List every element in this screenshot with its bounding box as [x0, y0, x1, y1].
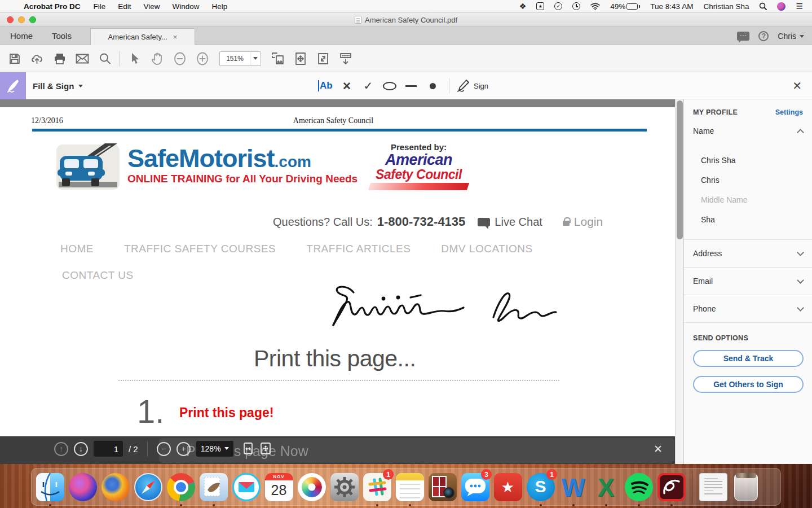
- middle-name-field[interactable]: Middle Name: [684, 190, 812, 209]
- dock-airmail[interactable]: [231, 471, 262, 502]
- wifi-icon[interactable]: [585, 3, 605, 10]
- account-menu[interactable]: Chris: [778, 32, 804, 41]
- dock-spotify[interactable]: [623, 471, 654, 502]
- dock-excel[interactable]: X: [590, 471, 621, 502]
- dock-trash[interactable]: [730, 471, 761, 502]
- cross-annotation-tool[interactable]: ✕: [336, 72, 358, 99]
- dock-siri[interactable]: [67, 471, 98, 502]
- add-text-tool[interactable]: Ab: [315, 72, 336, 99]
- app-menu[interactable]: Acrobat Pro DC: [17, 2, 87, 11]
- search-button[interactable]: [94, 47, 116, 70]
- tab-document[interactable]: American Safety... ×: [90, 28, 195, 45]
- name-label: Name: [693, 126, 714, 135]
- siri-icon[interactable]: [772, 2, 791, 11]
- hand-tool-button[interactable]: [146, 47, 169, 70]
- dock-skype[interactable]: S 1: [525, 471, 556, 502]
- dock-photos[interactable]: [296, 471, 327, 502]
- zoom-level-select[interactable]: 151%: [219, 51, 261, 66]
- page-number-input[interactable]: 1: [94, 441, 123, 457]
- previous-page-button[interactable]: ↑: [54, 442, 68, 456]
- settings-link[interactable]: Settings: [775, 108, 803, 116]
- menu-window[interactable]: Window: [166, 0, 206, 13]
- actual-size-button[interactable]: [312, 47, 334, 70]
- notification-center-icon[interactable]: ☰: [791, 2, 812, 11]
- email-section-header[interactable]: Email: [684, 271, 812, 291]
- circle-annotation-tool[interactable]: [379, 72, 400, 99]
- signature-annotation[interactable]: [324, 283, 558, 334]
- send-and-track-button[interactable]: Send & Track: [693, 350, 804, 367]
- menubar-username[interactable]: Christian Sha: [698, 2, 754, 11]
- dock-document-stack[interactable]: [698, 471, 729, 502]
- dock-slack[interactable]: 1: [361, 471, 392, 502]
- share-upload-button[interactable]: [26, 47, 48, 70]
- address-section-header[interactable]: Address: [684, 243, 812, 264]
- dock-wunderlist[interactable]: ★: [492, 471, 523, 502]
- dock-notes[interactable]: [394, 471, 425, 502]
- calendar-month: NOV: [265, 473, 293, 480]
- dock-calendar[interactable]: NOV 28: [263, 471, 294, 502]
- pdf-header-rule: [32, 129, 647, 132]
- fit-width-page-icon[interactable]: [242, 442, 254, 456]
- help-icon[interactable]: ?: [758, 31, 769, 41]
- email-button[interactable]: [71, 47, 94, 70]
- menu-file[interactable]: File: [87, 0, 112, 13]
- last-name-field[interactable]: Sha: [684, 209, 812, 229]
- dock-photo-booth[interactable]: [427, 471, 458, 502]
- tab-close-icon[interactable]: ×: [173, 33, 178, 41]
- dot-annotation-tool[interactable]: [422, 72, 443, 99]
- running-indicator: [638, 504, 640, 506]
- running-indicator: [409, 504, 411, 506]
- check-app-icon[interactable]: ✓: [549, 2, 567, 10]
- menu-help[interactable]: Help: [206, 0, 234, 13]
- phone-section-header[interactable]: Phone: [684, 299, 812, 319]
- dock-finder[interactable]: [34, 471, 65, 502]
- dock-word[interactable]: W: [558, 471, 589, 502]
- next-page-button[interactable]: ↓: [74, 442, 88, 456]
- close-fill-sign-icon[interactable]: ✕: [792, 72, 802, 99]
- dock-mail[interactable]: [198, 471, 229, 502]
- login-link: Login: [574, 215, 603, 229]
- dock-firefox[interactable]: [100, 471, 131, 502]
- dock-safari[interactable]: [133, 471, 164, 502]
- scrolling-mode-button[interactable]: [334, 47, 357, 70]
- select-tool-button[interactable]: [123, 47, 146, 70]
- line-annotation-tool[interactable]: [400, 72, 422, 99]
- zoom-in-button[interactable]: [191, 47, 214, 70]
- checkmark-annotation-tool[interactable]: ✓: [358, 72, 379, 99]
- zoom-out-button[interactable]: [169, 47, 191, 70]
- menubar-clock[interactable]: Tue 8:43 AM: [645, 2, 698, 11]
- save-button[interactable]: [3, 47, 26, 70]
- dropbox-icon[interactable]: ❖: [514, 2, 532, 11]
- menu-view[interactable]: View: [138, 0, 166, 13]
- menu-edit[interactable]: Edit: [112, 0, 137, 13]
- fit-page-icon[interactable]: [259, 442, 272, 456]
- sign-tool[interactable]: Sign: [455, 79, 488, 93]
- get-others-to-sign-button[interactable]: Get Others to Sign: [693, 376, 804, 393]
- star-app-icon[interactable]: ★: [531, 2, 549, 10]
- time-machine-icon[interactable]: [567, 2, 585, 10]
- fill-sign-mode-label[interactable]: Fill & Sign: [33, 72, 83, 99]
- step-number: 1.: [137, 392, 164, 430]
- dock-chrome[interactable]: [165, 471, 196, 502]
- print-button[interactable]: [48, 47, 71, 70]
- close-page-nav-icon[interactable]: ✕: [654, 436, 663, 461]
- fit-page-button[interactable]: [289, 47, 312, 70]
- name-section-header[interactable]: Name: [684, 121, 812, 141]
- spotlight-icon[interactable]: [754, 2, 772, 10]
- zoom-out-page-button[interactable]: −: [157, 442, 171, 456]
- dock-acrobat[interactable]: [656, 471, 687, 502]
- fit-width-button[interactable]: [267, 47, 289, 70]
- feedback-bubble-icon[interactable]: ···: [737, 32, 749, 41]
- vertical-scrollbar[interactable]: [675, 99, 683, 464]
- first-name-field[interactable]: Chris: [684, 170, 812, 190]
- scrollbar-thumb[interactable]: [677, 100, 683, 239]
- dock-messages[interactable]: 3: [460, 471, 491, 502]
- fill-and-sign-bar: Fill & Sign Ab ✕ ✓ Sign ✕: [0, 72, 812, 99]
- battery-indicator[interactable]: 49%: [605, 2, 645, 11]
- page-zoom-select[interactable]: 128%: [196, 441, 233, 457]
- dock-system-preferences[interactable]: [329, 471, 360, 502]
- zoom-in-page-button[interactable]: +: [176, 442, 191, 456]
- tab-home[interactable]: Home: [1, 27, 42, 45]
- tab-tools[interactable]: Tools: [43, 27, 81, 45]
- full-name-field[interactable]: Chris Sha: [684, 150, 812, 170]
